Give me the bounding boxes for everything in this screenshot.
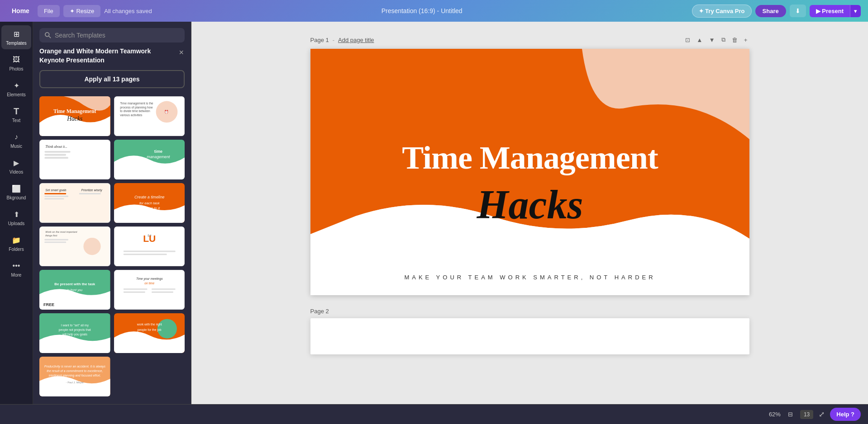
slide2-label: Page 2 (310, 304, 749, 318)
slide-thumb-12[interactable]: work with the right people for the job (114, 313, 185, 353)
sidebar-item-music[interactable]: ♪ Music (1, 128, 31, 152)
thumb-row-6: I want to "set" all my people not projec… (39, 313, 185, 353)
slide1-content[interactable]: Time Management Hacks MAKE YOUR TEAM WOR… (310, 49, 749, 295)
resize-button[interactable]: ✦ Resize (63, 5, 100, 17)
sidebar-item-elements[interactable]: ✦ Elements (1, 77, 31, 101)
svg-text:people for the job: people for the job (137, 328, 161, 332)
background-label: Bkground (7, 195, 26, 200)
text-label: Text (12, 118, 20, 123)
slide-thumb-9[interactable]: Be present with the task in front you FR… (39, 270, 110, 310)
templates-icon: ⊞ (11, 29, 21, 39)
sidebar-item-folders[interactable]: 📁 Folders (1, 231, 31, 255)
svg-point-0 (45, 33, 49, 37)
svg-text:Hacks: Hacks (476, 182, 583, 227)
sidebar-item-templates[interactable]: ⊞ Templates (1, 25, 31, 49)
svg-rect-26 (79, 193, 101, 194)
free-badge: FREE (41, 302, 57, 308)
slide-controls: ⊡ ▲ ▼ ⧉ 🗑 + (683, 34, 749, 45)
svg-text:process of planning how: process of planning how (120, 106, 153, 109)
document-title: Presentation (16:9) - Untitled (382, 7, 463, 14)
thumb-row-2: Think about it... time manageme (39, 140, 185, 179)
home-button[interactable]: Home (7, 5, 34, 17)
svg-text:things first: things first (45, 234, 57, 237)
svg-text:to divide time between: to divide time between (120, 110, 150, 113)
slide2[interactable] (310, 318, 749, 354)
slide-delete-button[interactable]: 🗑 (730, 34, 739, 45)
slide-copy-button[interactable]: ⧉ (720, 34, 727, 45)
sidebar-item-uploads[interactable]: ⬆ Uploads (1, 206, 31, 230)
search-input[interactable] (55, 32, 179, 39)
slide-thumb-6[interactable]: Create a timeline for each task and stic… (114, 183, 185, 223)
templates-grid: Time Management Hacks Time management is… (33, 93, 191, 404)
background-icon: ⬜ (11, 184, 21, 193)
slide-add-button[interactable]: + (742, 34, 749, 45)
svg-text:work with the right: work with the right (136, 323, 162, 327)
slide-thumb-10[interactable]: Time your meetings on time (114, 270, 185, 310)
svg-text:Productivity is never an accid: Productivity is never an accident. It is… (44, 365, 106, 369)
folders-icon: 📁 (11, 235, 21, 245)
sidebar-item-text[interactable]: T Text (1, 103, 31, 127)
svg-text:on time: on time (144, 282, 154, 285)
slide1: Time Management Hacks MAKE YOUR TEAM WOR… (310, 49, 749, 295)
svg-text:the result of a commitment to : the result of a commitment to excellence… (47, 370, 103, 373)
slide-up-button[interactable]: ▲ (695, 34, 704, 45)
thumb-row-1: Time Management Hacks Time management is… (39, 96, 185, 136)
svg-text:Be present with the task: Be present with the task (54, 283, 95, 287)
slide1-label: Page 1 - Add page title ⊡ ▲ ▼ ⧉ 🗑 + (310, 31, 749, 49)
templates-panel: Orange and White Modern Teamwork Keynote… (33, 22, 191, 404)
icon-sidebar: ⊞ Templates 🖼 Photos ✦ Elements T Text ♪… (0, 22, 33, 404)
try-canva-button[interactable]: ✦ Try Canva Pro (692, 5, 752, 18)
svg-text:will help you goals: will help you goals (62, 333, 88, 336)
svg-rect-22 (44, 193, 66, 194)
thumb-row-4: Work on the most important things first … (39, 226, 185, 266)
add-page-title-link[interactable]: Add page title (338, 37, 374, 43)
fit-to-screen-button[interactable]: ⊟ (786, 409, 795, 419)
slide-thumb-13[interactable]: Productivity is never an accident. It is… (39, 357, 110, 396)
sidebar-item-photos[interactable]: 🖼 Photos (1, 51, 31, 75)
more-icon: ••• (11, 261, 21, 271)
svg-text:management: management (147, 155, 170, 159)
thumb-row-7: Productivity is never an accident. It is… (39, 357, 185, 396)
svg-point-36 (83, 238, 100, 255)
svg-text:I want to "set" all my: I want to "set" all my (61, 324, 89, 328)
panel-header: Orange and White Modern Teamwork Keynote… (33, 22, 191, 93)
svg-text:MAKE YOUR TEAM WORK SMARTER, N: MAKE YOUR TEAM WORK SMARTER, NOT HARDER (404, 274, 655, 281)
close-panel-button[interactable]: × (178, 47, 185, 58)
present-button[interactable]: ▶ Present (810, 5, 850, 17)
present-chevron-button[interactable]: ▾ (850, 5, 861, 17)
svg-line-1 (49, 36, 51, 38)
svg-text:Set smart goals: Set smart goals (45, 188, 67, 192)
top-bar: Home File ✦ Resize All changes saved Pre… (0, 0, 868, 22)
template-info-header: Orange and White Modern Teamwork Keynote… (39, 47, 185, 65)
slide-thumb-11[interactable]: I want to "set" all my people not projec… (39, 313, 110, 353)
sidebar-item-background[interactable]: ⬜ Bkground (1, 180, 31, 204)
zoom-level: 62% (769, 411, 781, 418)
svg-rect-34 (44, 239, 68, 240)
more-label: More (11, 273, 22, 278)
share-button[interactable]: Share (755, 5, 786, 17)
slide-thumb-2[interactable]: Time management is the process of planni… (114, 96, 185, 136)
download-button[interactable]: ⬇ (790, 5, 806, 17)
help-button[interactable]: Help ? (830, 408, 861, 421)
svg-rect-35 (44, 242, 66, 243)
fullscreen-button[interactable]: ⤢ (819, 410, 825, 419)
file-button[interactable]: File (38, 5, 60, 17)
sidebar-item-more[interactable]: ••• More (1, 257, 31, 281)
svg-rect-15 (44, 154, 66, 156)
svg-rect-37 (114, 227, 184, 266)
slide-layout-button[interactable]: ⊡ (683, 34, 692, 45)
apply-all-button[interactable]: Apply all 13 pages (39, 70, 185, 88)
slide-thumb-3[interactable]: Think about it... (39, 140, 110, 179)
templates-label: Templates (6, 41, 27, 46)
slide-thumb-8[interactable]: Lu LU (114, 226, 185, 266)
slide-thumb-5[interactable]: Set smart goals Prioritize wisely (39, 183, 110, 223)
svg-text:Work on the most important: Work on the most important (45, 231, 77, 234)
sidebar-item-videos[interactable]: ▶ Videos (1, 154, 31, 178)
slide-down-button[interactable]: ▼ (707, 34, 717, 45)
slide-thumb-7[interactable]: Work on the most important things first (39, 226, 110, 266)
slide-thumb-4[interactable]: time management (114, 140, 185, 179)
photos-icon: 🖼 (11, 55, 21, 65)
svg-text:people not projects that: people not projects that (59, 328, 91, 332)
slide-thumb-1[interactable]: Time Management Hacks (39, 96, 110, 136)
svg-text:in front you: in front you (67, 288, 82, 292)
